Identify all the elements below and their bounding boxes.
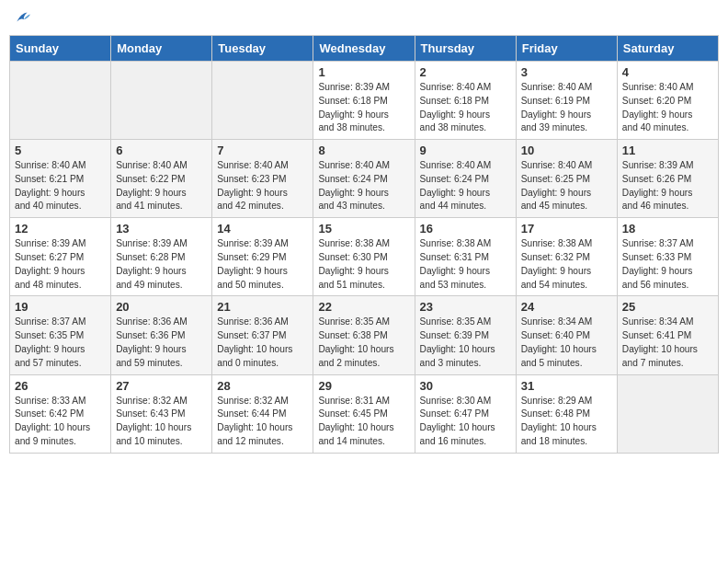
week-row-4: 19Sunrise: 8:37 AM Sunset: 6:35 PM Dayli…	[10, 296, 719, 374]
day-number: 18	[622, 222, 713, 236]
calendar-cell: 4Sunrise: 8:40 AM Sunset: 6:20 PM Daylig…	[617, 62, 718, 140]
day-number: 13	[116, 222, 207, 236]
calendar-cell	[617, 374, 718, 453]
day-number: 4	[622, 65, 713, 79]
day-number: 5	[15, 144, 106, 157]
weekday-header-saturday: Saturday	[617, 36, 718, 62]
day-info: Sunrise: 8:40 AM Sunset: 6:24 PM Dayligh…	[318, 159, 409, 213]
day-info: Sunrise: 8:34 AM Sunset: 6:40 PM Dayligh…	[521, 316, 612, 370]
day-number: 11	[622, 144, 713, 157]
calendar-cell: 24Sunrise: 8:34 AM Sunset: 6:40 PM Dayli…	[516, 296, 617, 374]
week-row-2: 5Sunrise: 8:40 AM Sunset: 6:21 PM Daylig…	[10, 140, 719, 218]
calendar-cell: 26Sunrise: 8:33 AM Sunset: 6:42 PM Dayli…	[10, 374, 111, 453]
day-info: Sunrise: 8:39 AM Sunset: 6:26 PM Dayligh…	[622, 159, 713, 213]
calendar-cell: 21Sunrise: 8:36 AM Sunset: 6:37 PM Dayli…	[212, 296, 313, 374]
day-number: 6	[116, 144, 207, 157]
calendar-cell: 3Sunrise: 8:40 AM Sunset: 6:19 PM Daylig…	[516, 62, 617, 140]
calendar-cell: 14Sunrise: 8:39 AM Sunset: 6:29 PM Dayli…	[212, 218, 313, 296]
calendar-cell: 27Sunrise: 8:32 AM Sunset: 6:43 PM Dayli…	[111, 374, 212, 453]
calendar-cell: 6Sunrise: 8:40 AM Sunset: 6:22 PM Daylig…	[111, 140, 212, 218]
day-info: Sunrise: 8:39 AM Sunset: 6:27 PM Dayligh…	[15, 237, 106, 292]
calendar-table: SundayMondayTuesdayWednesdayThursdayFrid…	[9, 35, 719, 454]
day-number: 8	[318, 144, 409, 157]
day-info: Sunrise: 8:39 AM Sunset: 6:18 PM Dayligh…	[318, 81, 409, 135]
day-info: Sunrise: 8:38 AM Sunset: 6:32 PM Dayligh…	[521, 237, 612, 292]
day-info: Sunrise: 8:37 AM Sunset: 6:35 PM Dayligh…	[15, 316, 106, 370]
calendar-cell: 18Sunrise: 8:37 AM Sunset: 6:33 PM Dayli…	[617, 218, 718, 296]
calendar-cell	[10, 62, 111, 140]
day-info: Sunrise: 8:40 AM Sunset: 6:18 PM Dayligh…	[420, 81, 511, 135]
calendar-cell: 22Sunrise: 8:35 AM Sunset: 6:38 PM Dayli…	[313, 296, 415, 374]
day-info: Sunrise: 8:30 AM Sunset: 6:47 PM Dayligh…	[420, 395, 511, 449]
day-number: 14	[217, 222, 308, 236]
calendar-cell: 20Sunrise: 8:36 AM Sunset: 6:36 PM Dayli…	[111, 296, 212, 374]
day-number: 23	[420, 300, 511, 314]
day-info: Sunrise: 8:35 AM Sunset: 6:39 PM Dayligh…	[420, 316, 511, 370]
day-number: 3	[521, 65, 612, 79]
weekday-header-friday: Friday	[516, 36, 617, 62]
day-number: 29	[318, 379, 409, 393]
day-info: Sunrise: 8:31 AM Sunset: 6:45 PM Dayligh…	[318, 395, 409, 449]
weekday-header-tuesday: Tuesday	[212, 36, 313, 62]
day-number: 22	[318, 300, 409, 314]
calendar-cell: 31Sunrise: 8:29 AM Sunset: 6:48 PM Dayli…	[516, 374, 617, 453]
day-number: 28	[217, 379, 308, 393]
day-info: Sunrise: 8:29 AM Sunset: 6:48 PM Dayligh…	[521, 395, 612, 449]
day-info: Sunrise: 8:40 AM Sunset: 6:19 PM Dayligh…	[521, 81, 612, 135]
weekday-header-wednesday: Wednesday	[313, 36, 415, 62]
day-info: Sunrise: 8:40 AM Sunset: 6:20 PM Dayligh…	[622, 81, 713, 135]
calendar-cell: 9Sunrise: 8:40 AM Sunset: 6:24 PM Daylig…	[415, 140, 516, 218]
day-info: Sunrise: 8:32 AM Sunset: 6:43 PM Dayligh…	[116, 395, 207, 449]
logo	[13, 9, 31, 28]
calendar-cell: 30Sunrise: 8:30 AM Sunset: 6:47 PM Dayli…	[415, 374, 516, 453]
day-info: Sunrise: 8:40 AM Sunset: 6:22 PM Dayligh…	[116, 159, 207, 213]
page-header	[9, 9, 719, 28]
calendar-cell: 2Sunrise: 8:40 AM Sunset: 6:18 PM Daylig…	[415, 62, 516, 140]
day-info: Sunrise: 8:34 AM Sunset: 6:41 PM Dayligh…	[622, 316, 713, 370]
day-info: Sunrise: 8:35 AM Sunset: 6:38 PM Dayligh…	[318, 316, 409, 370]
calendar-cell: 15Sunrise: 8:38 AM Sunset: 6:30 PM Dayli…	[313, 218, 415, 296]
calendar-cell: 5Sunrise: 8:40 AM Sunset: 6:21 PM Daylig…	[10, 140, 111, 218]
calendar-cell	[111, 62, 212, 140]
day-info: Sunrise: 8:39 AM Sunset: 6:29 PM Dayligh…	[217, 237, 308, 292]
calendar-cell: 29Sunrise: 8:31 AM Sunset: 6:45 PM Dayli…	[313, 374, 415, 453]
day-number: 26	[15, 379, 106, 393]
day-info: Sunrise: 8:36 AM Sunset: 6:37 PM Dayligh…	[217, 316, 308, 370]
week-row-1: 1Sunrise: 8:39 AM Sunset: 6:18 PM Daylig…	[10, 62, 719, 140]
day-number: 25	[622, 300, 713, 314]
calendar-cell: 25Sunrise: 8:34 AM Sunset: 6:41 PM Dayli…	[617, 296, 718, 374]
day-info: Sunrise: 8:36 AM Sunset: 6:36 PM Dayligh…	[116, 316, 207, 370]
calendar-cell: 7Sunrise: 8:40 AM Sunset: 6:23 PM Daylig…	[212, 140, 313, 218]
day-info: Sunrise: 8:32 AM Sunset: 6:44 PM Dayligh…	[217, 395, 308, 449]
calendar-cell: 16Sunrise: 8:38 AM Sunset: 6:31 PM Dayli…	[415, 218, 516, 296]
week-row-3: 12Sunrise: 8:39 AM Sunset: 6:27 PM Dayli…	[10, 218, 719, 296]
day-number: 27	[116, 379, 207, 393]
day-number: 19	[15, 300, 106, 314]
day-number: 2	[420, 65, 511, 79]
calendar-cell: 8Sunrise: 8:40 AM Sunset: 6:24 PM Daylig…	[313, 140, 415, 218]
day-number: 1	[318, 65, 409, 79]
calendar-cell: 17Sunrise: 8:38 AM Sunset: 6:32 PM Dayli…	[516, 218, 617, 296]
weekday-header-monday: Monday	[111, 36, 212, 62]
day-number: 7	[217, 144, 308, 157]
calendar-cell: 28Sunrise: 8:32 AM Sunset: 6:44 PM Dayli…	[212, 374, 313, 453]
day-number: 17	[521, 222, 612, 236]
day-info: Sunrise: 8:38 AM Sunset: 6:31 PM Dayligh…	[420, 237, 511, 292]
week-row-5: 26Sunrise: 8:33 AM Sunset: 6:42 PM Dayli…	[10, 374, 719, 453]
calendar-cell: 12Sunrise: 8:39 AM Sunset: 6:27 PM Dayli…	[10, 218, 111, 296]
day-number: 9	[420, 144, 511, 157]
day-info: Sunrise: 8:40 AM Sunset: 6:25 PM Dayligh…	[521, 159, 612, 213]
day-info: Sunrise: 8:33 AM Sunset: 6:42 PM Dayligh…	[15, 395, 106, 449]
calendar-cell: 1Sunrise: 8:39 AM Sunset: 6:18 PM Daylig…	[313, 62, 415, 140]
calendar-cell: 11Sunrise: 8:39 AM Sunset: 6:26 PM Dayli…	[617, 140, 718, 218]
calendar-cell	[212, 62, 313, 140]
logo-bird-icon	[15, 9, 31, 26]
day-info: Sunrise: 8:40 AM Sunset: 6:21 PM Dayligh…	[15, 159, 106, 213]
day-number: 21	[217, 300, 308, 314]
day-number: 31	[521, 379, 612, 393]
day-number: 10	[521, 144, 612, 157]
day-info: Sunrise: 8:37 AM Sunset: 6:33 PM Dayligh…	[622, 237, 713, 292]
calendar-cell: 23Sunrise: 8:35 AM Sunset: 6:39 PM Dayli…	[415, 296, 516, 374]
day-number: 20	[116, 300, 207, 314]
day-info: Sunrise: 8:40 AM Sunset: 6:24 PM Dayligh…	[420, 159, 511, 213]
